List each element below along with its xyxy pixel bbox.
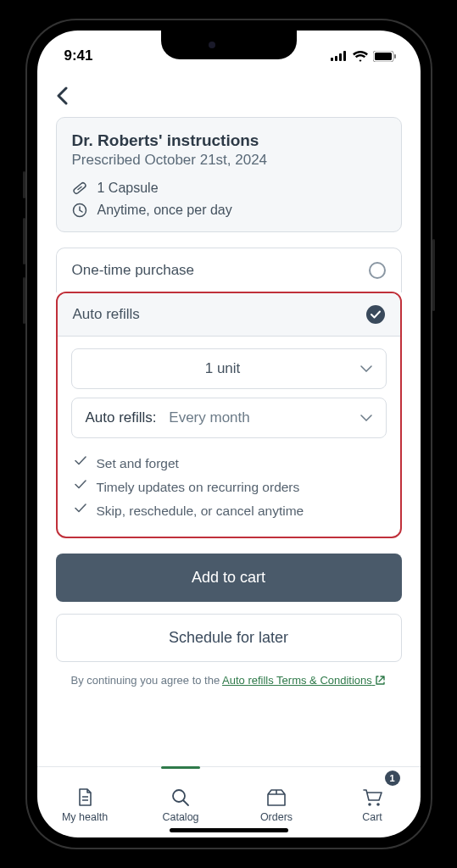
document-icon xyxy=(75,787,95,808)
frequency-field-value: Every month xyxy=(169,409,249,426)
cellular-icon xyxy=(331,51,348,61)
tab-label: Orders xyxy=(260,811,293,823)
radio-checked-icon xyxy=(366,305,385,324)
prescribed-date: Prescribed October 21st, 2024 xyxy=(72,152,386,169)
device-frame: 9:41 Dr. Roberts' instructions Prescribe… xyxy=(25,19,432,849)
benefit-text: Set and forget xyxy=(97,456,179,471)
chevron-down-icon xyxy=(360,365,372,372)
svg-rect-2 xyxy=(339,53,342,61)
benefit-text: Skip, reschedule, or cancel anytime xyxy=(97,504,304,519)
svg-line-11 xyxy=(184,800,189,805)
cart-badge: 1 xyxy=(385,771,400,786)
check-icon xyxy=(75,480,86,495)
cart-icon xyxy=(362,787,382,808)
box-icon xyxy=(266,787,287,808)
wifi-icon xyxy=(353,51,368,62)
tab-label: Cart xyxy=(362,811,382,823)
tab-my-health[interactable]: My health xyxy=(37,767,133,837)
auto-refills-label: Auto refills xyxy=(73,306,140,323)
schedule-later-button[interactable]: Schedule for later xyxy=(56,614,402,662)
terms-link[interactable]: Auto refills Terms & Conditions xyxy=(222,674,386,687)
tab-cart[interactable]: 1 Cart xyxy=(325,767,421,837)
screen: 9:41 Dr. Roberts' instructions Prescribe… xyxy=(37,31,421,837)
notch xyxy=(161,31,297,59)
battery-icon xyxy=(373,51,397,62)
capsule-icon xyxy=(72,181,87,196)
tab-orders[interactable]: Orders xyxy=(229,767,325,837)
radio-unchecked-icon xyxy=(369,262,386,279)
frequency-text: Anytime, once per day xyxy=(98,203,232,218)
instructions-card: Dr. Roberts' instructions Prescribed Oct… xyxy=(56,117,402,232)
search-icon xyxy=(170,787,191,808)
svg-rect-5 xyxy=(375,53,392,60)
tab-label: My health xyxy=(62,811,108,823)
status-time: 9:41 xyxy=(64,47,93,64)
back-button[interactable] xyxy=(56,81,402,117)
add-to-cart-button[interactable]: Add to cart xyxy=(56,554,402,602)
svg-point-12 xyxy=(368,803,371,806)
units-select[interactable]: 1 unit xyxy=(71,348,387,389)
svg-rect-6 xyxy=(394,54,396,58)
tab-label: Catalog xyxy=(162,811,198,823)
check-icon xyxy=(75,456,86,471)
frequency-field-label: Auto refills: xyxy=(86,409,157,426)
svg-rect-1 xyxy=(335,56,337,61)
svg-rect-0 xyxy=(331,58,333,61)
svg-line-8 xyxy=(77,186,81,190)
check-icon xyxy=(75,504,86,519)
one-time-label: One-time purchase xyxy=(72,262,195,279)
benefit-text: Timely updates on recurring orders xyxy=(97,480,300,495)
chevron-down-icon xyxy=(360,415,372,421)
clock-icon xyxy=(72,203,87,218)
instructions-title: Dr. Roberts' instructions xyxy=(72,131,386,150)
tab-catalog[interactable]: Catalog xyxy=(133,767,229,837)
benefits-list: Set and forget Timely updates on recurri… xyxy=(71,447,387,523)
tab-bar: My health Catalog Orders 1 Cart xyxy=(37,766,421,837)
one-time-purchase-option[interactable]: One-time purchase xyxy=(56,248,402,292)
dose-text: 1 Capsule xyxy=(98,181,159,196)
legal-text: By continuing you agree to the Auto refi… xyxy=(56,674,402,687)
svg-point-13 xyxy=(376,803,380,806)
auto-refills-option[interactable]: Auto refills 1 unit A xyxy=(56,292,402,538)
units-value: 1 unit xyxy=(86,360,360,377)
svg-rect-3 xyxy=(343,51,346,61)
home-indicator[interactable] xyxy=(170,828,288,832)
frequency-select[interactable]: Auto refills: Every month xyxy=(71,398,387,438)
